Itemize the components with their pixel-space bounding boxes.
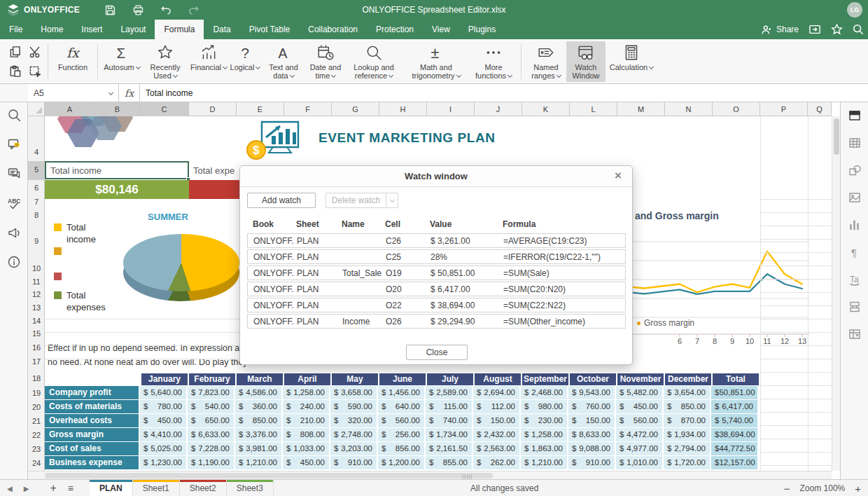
- table-cell[interactable]: $1,200.00: [378, 456, 424, 469]
- menu-tab-layout[interactable]: Layout: [111, 20, 155, 39]
- share-button[interactable]: Share: [761, 25, 799, 35]
- table-cell[interactable]: $870.00: [664, 414, 710, 427]
- vertical-scrollbar-thumb[interactable]: [834, 118, 839, 155]
- search-icon[interactable]: [7, 108, 21, 122]
- watch-row[interactable]: ONLYOFF...PLANO22$ 38,694.00=SUM(C22:N22…: [247, 298, 626, 312]
- about-icon[interactable]: [7, 255, 21, 269]
- row-header-8[interactable]: 8: [28, 211, 45, 219]
- table-cell[interactable]: $6,633.00: [188, 428, 234, 441]
- table-cell[interactable]: $4,410.00: [140, 428, 186, 441]
- table-cell[interactable]: $1,734.00: [426, 428, 472, 441]
- slicer-settings-icon[interactable]: [848, 301, 861, 313]
- column-header-B[interactable]: B: [95, 102, 140, 116]
- row-label[interactable]: Company profit: [45, 386, 139, 399]
- table-cell[interactable]: $1,720.00: [664, 456, 710, 469]
- row-header-22[interactable]: 22: [28, 431, 45, 439]
- recently-used-button[interactable]: Recently Used: [141, 41, 189, 82]
- add-sheet-icon[interactable]: +: [50, 482, 56, 495]
- column-header-E[interactable]: E: [237, 102, 284, 116]
- table-cell[interactable]: $1,190.00: [188, 456, 234, 469]
- table-cell[interactable]: $1,934.00: [664, 428, 710, 441]
- table-cell[interactable]: $1,210.00: [521, 456, 567, 469]
- menu-tab-collaboration[interactable]: Collaboration: [299, 20, 367, 39]
- table-cell[interactable]: $38,694.00: [711, 428, 757, 441]
- table-cell[interactable]: $2,589.00: [426, 386, 472, 399]
- table-cell[interactable]: $3,376.00: [235, 428, 281, 441]
- table-cell[interactable]: $1,258.00: [521, 428, 567, 441]
- watch-row[interactable]: ONLYOFF...PLANIncomeO26$ 29,294.90=SUM(O…: [247, 314, 626, 329]
- table-cell[interactable]: $8,633.00: [568, 428, 615, 441]
- column-header-I[interactable]: I: [427, 102, 475, 116]
- paragraph-settings-icon[interactable]: ¶: [848, 246, 861, 259]
- lookup-and-reference-button[interactable]: Lookup and reference: [346, 41, 402, 82]
- copy-icon[interactable]: [6, 43, 24, 61]
- cell-name-box[interactable]: A5: [28, 84, 119, 102]
- row-header-21[interactable]: 21: [28, 417, 45, 425]
- month-header[interactable]: September: [522, 373, 568, 385]
- table-cell[interactable]: $7,228.00: [188, 442, 234, 455]
- column-header-D[interactable]: D: [189, 102, 237, 116]
- watch-row[interactable]: ONLYOFF...PLANTotal_SaleO19$ 50,851.00=S…: [247, 266, 626, 280]
- month-header[interactable]: October: [570, 373, 616, 385]
- watch-row[interactable]: ONLYOFF...PLANO20$ 6,417.00=SUM(C20:N20): [247, 282, 626, 296]
- column-header-C[interactable]: C: [140, 102, 189, 116]
- table-cell[interactable]: $450.00: [283, 456, 329, 469]
- table-cell[interactable]: $2,748.00: [330, 428, 377, 441]
- table-cell[interactable]: $112.00: [473, 400, 519, 413]
- logical-button[interactable]: ?Logical: [228, 41, 262, 82]
- column-header-F[interactable]: F: [284, 102, 332, 116]
- image-settings-icon[interactable]: [848, 191, 861, 204]
- watch-window-button[interactable]: Watch Window: [566, 41, 606, 82]
- table-cell[interactable]: $115.00: [426, 400, 472, 413]
- table-cell[interactable]: $450.00: [616, 400, 662, 413]
- insert-function-icon[interactable]: fx: [119, 84, 140, 102]
- table-cell[interactable]: $540.00: [188, 400, 234, 413]
- table-cell[interactable]: $50,851.00: [711, 386, 757, 399]
- table-cell[interactable]: $856.00: [378, 442, 424, 455]
- zoom-out-icon[interactable]: −: [784, 483, 790, 495]
- table-cell[interactable]: $560.00: [616, 414, 662, 427]
- table-cell[interactable]: $3,203.00: [330, 442, 377, 455]
- menu-tab-file[interactable]: File: [0, 20, 31, 39]
- table-cell[interactable]: $1,456.00: [378, 386, 424, 399]
- table-cell[interactable]: $3,981.00: [235, 442, 281, 455]
- menu-tab-pivot-table[interactable]: Pivot Table: [240, 20, 299, 39]
- table-cell[interactable]: $2,794.00: [664, 442, 710, 455]
- column-header-N[interactable]: N: [665, 102, 713, 116]
- line-chart[interactable]: [602, 235, 812, 340]
- column-headers[interactable]: ABCDEFGHIJKLMNOPQ: [28, 102, 832, 116]
- sheet-list-icon[interactable]: ≡: [68, 483, 74, 494]
- month-header[interactable]: January: [141, 373, 188, 385]
- search-icon[interactable]: [853, 24, 864, 35]
- table-cell[interactable]: $2,694.00: [473, 386, 519, 399]
- month-header[interactable]: April: [284, 373, 330, 385]
- zoom-in-icon[interactable]: +: [855, 483, 861, 495]
- table-cell[interactable]: $2,468.00: [521, 386, 567, 399]
- delete-watch-button[interactable]: Delete watch: [326, 193, 386, 208]
- textart-settings-icon[interactable]: Ta: [848, 273, 861, 286]
- row-header-10[interactable]: 10: [28, 264, 45, 273]
- table-cell[interactable]: $6,417.00: [711, 400, 757, 413]
- pie-chart[interactable]: [123, 234, 239, 301]
- table-cell[interactable]: $5,640.00: [140, 386, 186, 399]
- table-cell[interactable]: $850.00: [664, 400, 710, 413]
- row-header-13[interactable]: 13: [28, 303, 45, 312]
- month-header[interactable]: May: [332, 373, 378, 385]
- more-functions-button[interactable]: More functions: [470, 41, 517, 82]
- cell-settings-icon[interactable]: [848, 109, 861, 122]
- month-header[interactable]: March: [237, 373, 283, 385]
- dialog-close-icon[interactable]: ×: [611, 169, 625, 183]
- table-cell[interactable]: $2,563.00: [473, 442, 519, 455]
- math-and-trigonometry-button[interactable]: ±Math and trigonometry: [402, 41, 470, 82]
- table-cell[interactable]: $9,543.00: [568, 386, 615, 399]
- function-button[interactable]: fxFunction: [52, 41, 93, 82]
- dialog-close-button[interactable]: Close: [406, 345, 468, 360]
- table-cell[interactable]: $5,025.00: [140, 442, 186, 455]
- row-header-19[interactable]: 19: [28, 389, 45, 397]
- table-cell[interactable]: $760.00: [568, 400, 615, 413]
- undo-icon[interactable]: [155, 2, 176, 18]
- table-cell[interactable]: $4,472.00: [616, 428, 662, 441]
- table-cell[interactable]: $230.00: [521, 414, 567, 427]
- table-cell[interactable]: $740.00: [426, 414, 472, 427]
- watch-row[interactable]: ONLYOFF...PLANC26$ 3,261.00=AVERAGE(C19:…: [247, 233, 626, 248]
